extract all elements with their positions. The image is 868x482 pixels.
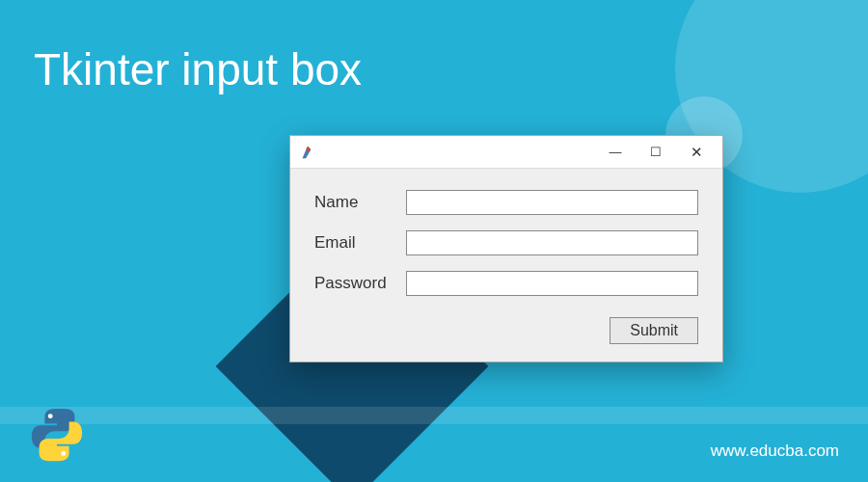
- password-label: Password: [314, 274, 406, 293]
- email-field[interactable]: [406, 230, 698, 255]
- page-title: Tkinter input box: [34, 43, 362, 95]
- website-url: www.educba.com: [711, 442, 839, 461]
- tk-feather-icon: [300, 145, 315, 160]
- python-logo-icon: [27, 405, 87, 465]
- maximize-button[interactable]: ☐: [636, 138, 676, 167]
- bg-decoration-stripe: [0, 407, 868, 424]
- window-titlebar: — ☐ ✕: [290, 136, 722, 169]
- form-row-name: Name: [314, 190, 698, 215]
- minimize-button[interactable]: —: [595, 138, 636, 167]
- name-label: Name: [314, 193, 406, 212]
- form-row-password: Password: [314, 271, 698, 296]
- close-icon: ✕: [691, 144, 703, 161]
- form-body: Name Email Password Submit: [290, 169, 722, 362]
- tkinter-window: — ☐ ✕ Name Email Password Submit: [289, 135, 723, 362]
- submit-button[interactable]: Submit: [610, 317, 698, 344]
- maximize-icon: ☐: [650, 145, 662, 159]
- svg-point-1: [61, 451, 66, 456]
- email-label: Email: [314, 233, 406, 253]
- submit-row: Submit: [314, 317, 698, 344]
- form-row-email: Email: [314, 230, 698, 255]
- minimize-icon: —: [610, 145, 622, 159]
- close-button[interactable]: ✕: [676, 138, 717, 167]
- svg-point-0: [48, 414, 53, 418]
- password-field[interactable]: [406, 271, 698, 296]
- name-field[interactable]: [406, 190, 698, 215]
